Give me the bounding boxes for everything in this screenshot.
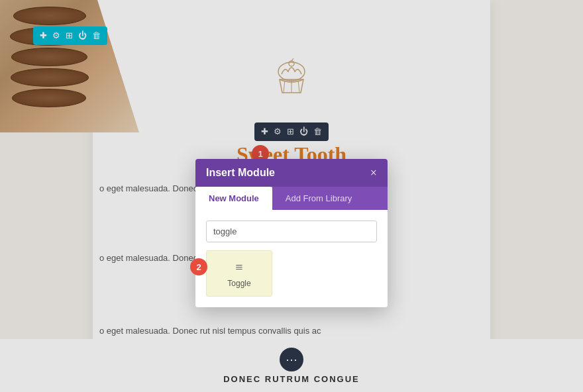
modal-title: Insert Module xyxy=(206,167,275,179)
module-search-input[interactable] xyxy=(206,220,377,242)
modal-close-button[interactable]: × xyxy=(370,167,377,179)
tab-add-from-library[interactable]: Add From Library xyxy=(272,187,365,210)
modal-tabs: New Module Add From Library xyxy=(195,187,388,210)
module-grid: ≡ Toggle xyxy=(206,250,377,297)
toggle-module-icon: ≡ xyxy=(235,260,242,275)
module-item-toggle[interactable]: ≡ Toggle xyxy=(206,250,272,297)
tab-new-module[interactable]: New Module xyxy=(195,187,272,210)
insert-module-modal: Insert Module × New Module Add From Libr… xyxy=(195,159,388,307)
toggle-module-label: Toggle xyxy=(227,279,250,288)
modal-header: Insert Module × xyxy=(195,159,388,187)
step-badge-2: 2 xyxy=(190,258,207,275)
modal-body: ≡ Toggle xyxy=(195,210,388,307)
